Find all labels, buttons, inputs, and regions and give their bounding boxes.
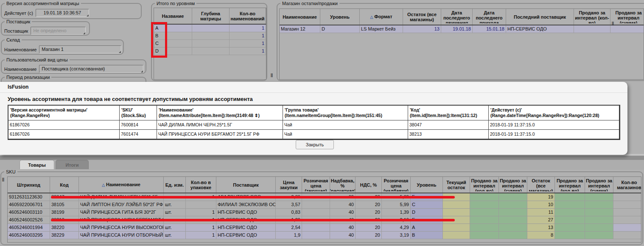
- table-cell[interactable]: 19.01.18: [441, 25, 473, 33]
- column-header[interactable]: 'SKU'(Stock.Sku): [120, 106, 157, 120]
- table-cell[interactable]: 38047: [408, 120, 489, 130]
- column-header[interactable]: Уровень: [411, 177, 443, 193]
- table-cell[interactable]: 3,19: [382, 232, 411, 239]
- column-header[interactable]: Продано заинтервал(сумма): [499, 177, 527, 193]
- table-cell[interactable]: [555, 201, 585, 209]
- table-cell[interactable]: [443, 224, 470, 232]
- column-header[interactable]: Кол-вомагазинов: [613, 177, 641, 193]
- table-cell[interactable]: 1: [230, 25, 266, 32]
- table-cell[interactable]: [499, 232, 527, 239]
- table-cell[interactable]: шт.: [164, 201, 186, 209]
- column-header[interactable]: Продано заинтервал(сумма): [585, 177, 613, 193]
- column-header[interactable]: Ценазакупки: [276, 177, 302, 193]
- table-cell[interactable]: Магазин 12: [280, 25, 320, 33]
- table-cell[interactable]: 40: [330, 209, 356, 216]
- table-cell[interactable]: [470, 216, 499, 224]
- table-cell[interactable]: [555, 232, 585, 239]
- table-cell[interactable]: 13: [403, 25, 441, 33]
- table-cell[interactable]: [499, 224, 527, 232]
- table-cell[interactable]: 7600814: [120, 120, 157, 130]
- table-cell[interactable]: [499, 209, 527, 216]
- table-cell[interactable]: [585, 216, 613, 224]
- table-cell[interactable]: 7601474: [120, 130, 157, 139]
- table-cell[interactable]: 8: [527, 232, 555, 239]
- table-cell[interactable]: НП-СЕРВИС ОДО: [506, 25, 574, 33]
- table-cell[interactable]: 19: [527, 193, 555, 201]
- table-cell[interactable]: ЧАЙ ПРИНЦЕССА ГИТА Б/Я 30*2Г: [79, 209, 164, 216]
- table-cell[interactable]: шт.: [164, 232, 186, 239]
- table-cell[interactable]: 1,9: [276, 232, 302, 239]
- table-cell[interactable]: 4605922006701: [8, 201, 50, 209]
- table-cell[interactable]: 38105: [50, 201, 79, 209]
- column-header[interactable]: Датапоследнегодвижения: [441, 9, 473, 25]
- valid-from-field[interactable]: 19.01.18 10:36:57: [36, 9, 89, 17]
- table-cell[interactable]: [613, 209, 641, 216]
- table-cell[interactable]: D: [411, 209, 443, 216]
- table-cell[interactable]: [555, 216, 585, 224]
- table-cell[interactable]: [610, 25, 644, 33]
- table-row[interactable]: 460592200670138105ЧАЙ ЛИПТОН ЕЛОУ ЛЭЙБЛ …: [8, 201, 641, 209]
- column-header[interactable]: Уровень: [320, 9, 360, 25]
- table-cell[interactable]: 1: [230, 48, 266, 55]
- table-cell[interactable]: C: [411, 201, 443, 209]
- table-cell[interactable]: [186, 201, 216, 209]
- table-cell[interactable]: [470, 209, 499, 216]
- table-cell[interactable]: [555, 209, 585, 216]
- table-cell[interactable]: шт.: [164, 224, 186, 232]
- tab-goods[interactable]: Товары: [20, 160, 54, 169]
- table-cell[interactable]: [302, 201, 330, 209]
- table-row[interactable]: 618670267600814ЧАЙ ДИЛМА ЛИМОН ЧЕРН.25*1…: [8, 120, 619, 130]
- warehouse-field[interactable]: Магазин 1: [39, 45, 121, 53]
- table-cell[interactable]: ФИЛИАЛ ЭКСКЛЮЗИВ ОС: [216, 201, 276, 209]
- column-header[interactable]: Продано заинтервал(сумма): [610, 9, 644, 25]
- table-cell[interactable]: [192, 48, 230, 55]
- table-cell[interactable]: [555, 193, 585, 201]
- table-row[interactable]: C1: [154, 40, 266, 48]
- table-cell[interactable]: 11: [527, 209, 555, 216]
- table-cell[interactable]: 5,99: [382, 201, 411, 209]
- column-header[interactable]: Ед. изм.: [164, 177, 186, 193]
- table-cell[interactable]: [585, 232, 613, 239]
- table-cell[interactable]: [613, 216, 641, 224]
- dialog-titlebar[interactable]: [0, 82, 627, 93]
- table-cell[interactable]: НП-СЕРВИС ОДО: [216, 232, 276, 239]
- table-cell[interactable]: A: [411, 224, 443, 232]
- table-cell[interactable]: 38213: [408, 130, 489, 139]
- table-cell[interactable]: 40: [330, 224, 356, 232]
- table-cell[interactable]: LS Маркет Бейз: [360, 25, 403, 33]
- table-cell[interactable]: 38229: [50, 232, 79, 239]
- table-cell[interactable]: 20: [356, 209, 382, 216]
- table-cell[interactable]: 4605246003295: [8, 232, 50, 239]
- price-view-field[interactable]: Поставщика (согласованная): [39, 65, 143, 73]
- table-cell[interactable]: ЧАЙ ЛИПТОН ЕЛОУ ЛЭЙБЛ 50*2Г РФ: [79, 201, 164, 209]
- column-header[interactable]: Поставщик: [216, 177, 276, 193]
- table-row[interactable]: 618670267601474ЧАЙ ПРИНЦЕССА НУРИ БЕРГАМ…: [8, 130, 619, 139]
- close-button[interactable]: Закрыть: [296, 140, 334, 149]
- column-header[interactable]: Продано заинтервал (кол-во): [574, 9, 610, 25]
- table-cell[interactable]: 40: [330, 232, 356, 239]
- table-cell[interactable]: 0,83: [276, 209, 302, 216]
- table-cell[interactable]: 2018-01-19 11:37:15.0: [489, 130, 619, 139]
- table-cell[interactable]: НП-СЕРВИС ОДО: [216, 209, 276, 216]
- column-header[interactable]: 'Группа товара'(Item.nameItemGroup[Item.…: [283, 106, 408, 120]
- table-row[interactable]: 460524600311038199ЧАЙ ПРИНЦЕССА ГИТА Б/Я…: [8, 209, 641, 216]
- table-cell[interactable]: [470, 201, 499, 209]
- column-header[interactable]: НДС, %: [356, 177, 382, 193]
- table-cell[interactable]: [443, 209, 470, 216]
- vertical-splitter-handle[interactable]: ||: [271, 73, 273, 77]
- vertical-splitter-handle[interactable]: ||: [2, 177, 4, 182]
- column-header[interactable]: △Формат: [360, 9, 403, 25]
- table-cell[interactable]: 2018-01-19 11:37:15.0: [489, 120, 619, 130]
- sort-asc-icon[interactable]: △: [102, 183, 105, 187]
- table-cell[interactable]: 15.01.18: [473, 25, 506, 33]
- column-header[interactable]: 'Наименование'(Item.nameAttribute[Item.I…: [157, 106, 283, 120]
- table-cell[interactable]: [613, 193, 641, 201]
- table-cell[interactable]: 2,54: [276, 224, 302, 232]
- column-header[interactable]: Наименование: [280, 9, 320, 25]
- vertical-splitter-handle[interactable]: ||: [612, 21, 614, 25]
- table-cell[interactable]: [192, 25, 230, 32]
- table-row[interactable]: B1: [154, 32, 266, 40]
- column-header[interactable]: Надбавка,%(расчетная): [330, 177, 356, 193]
- table-cell[interactable]: 1: [186, 209, 216, 216]
- table-cell[interactable]: D: [320, 25, 360, 33]
